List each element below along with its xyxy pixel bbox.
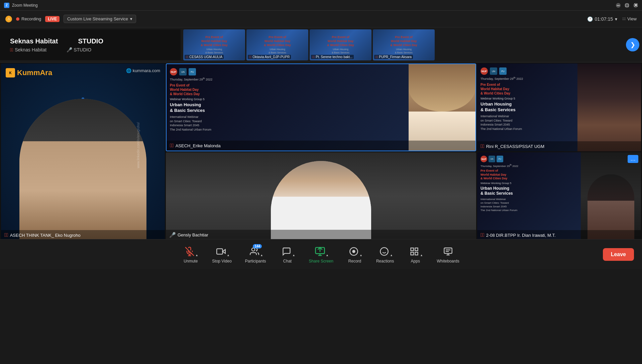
- window-controls[interactable]: – □ ✕: [616, 3, 638, 8]
- record-icon: [348, 245, 360, 257]
- video-icon: [215, 245, 227, 257]
- chat-arrow-icon[interactable]: ▴: [293, 253, 295, 257]
- record-label: Record: [348, 259, 361, 263]
- streaming-service-label: Custom Live Streaming Service: [67, 16, 128, 21]
- share-screen-with-arrow: ▴: [314, 245, 328, 257]
- host1-sub: 🎤⃠ Seknas Habitat: [10, 47, 46, 52]
- recording-dot: [16, 17, 19, 21]
- thumb-label-3: 🎤⃠ Pt. Serene techno bakt...: [311, 55, 354, 59]
- svg-marker-18: [222, 249, 225, 253]
- participants-arrow-icon[interactable]: ▴: [261, 253, 262, 257]
- apps-with-arrow: ▴: [408, 245, 422, 257]
- mic-off-icon: [184, 245, 196, 257]
- time-chevron-icon[interactable]: ▾: [615, 16, 617, 22]
- svg-point-27: [380, 247, 388, 255]
- svg-rect-19: [217, 248, 223, 254]
- erike-mic-icon: 🎤⃠: [170, 143, 174, 149]
- host-info: Seknas Habitat STUDIO 🎤⃠ Seknas Habitat …: [0, 37, 181, 52]
- chat-with-arrow: ▴: [281, 245, 295, 257]
- maximize-button[interactable]: □: [625, 3, 629, 8]
- topbar: ⚠ Recording LIVE Custom Live Streaming S…: [0, 11, 642, 27]
- rini-name: Rini R_CESASS/PSSAT UGM: [486, 144, 544, 149]
- video-cell-gensly: 🎤 Gensly Bachtiar: [166, 152, 476, 240]
- reactions-arrow-icon[interactable]: ▴: [391, 253, 392, 257]
- leave-button[interactable]: Leave: [603, 248, 634, 261]
- svg-rect-32: [415, 252, 418, 255]
- minimize-button[interactable]: –: [616, 3, 621, 8]
- titlebar: Z Zoom Meeting – □ ✕: [0, 0, 642, 11]
- dian-mic-icon: 🎤⃠: [480, 232, 485, 238]
- erike-name: ASECH_Erike Malonda: [176, 143, 221, 148]
- streaming-service-select[interactable]: Custom Live Streaming Service ▾: [64, 15, 136, 23]
- record-arrow-icon[interactable]: ▴: [360, 253, 362, 257]
- host1-name: Seknas Habitat: [10, 37, 58, 45]
- thumb-label-1: 🎤⃠ CESASS UGM-AULIA: [185, 55, 224, 59]
- unmute-label: Unmute: [184, 259, 198, 263]
- mic-muted-icon: 🎤⃠: [10, 47, 13, 52]
- reactions-button[interactable]: ▴ Reactions: [371, 243, 399, 265]
- unmute-button[interactable]: ▴ Unmute: [177, 243, 204, 265]
- mic-icon: 🎤: [67, 47, 72, 52]
- toolbar: ▴ Unmute ▴ Stop Video: [0, 239, 642, 269]
- reactions-label: Reactions: [376, 259, 394, 263]
- kummara-name: KummAra: [17, 68, 52, 77]
- warning-icon: ⚠: [5, 16, 12, 22]
- thumb-mic-icon-1: 🎤⃠: [186, 55, 188, 59]
- chat-label: Chat: [283, 259, 292, 263]
- video-cell-erike: NUF UN PU Thursday, September 29th 2022 …: [166, 63, 476, 151]
- stop-video-button[interactable]: ▴ Stop Video: [207, 243, 237, 265]
- share-screen-arrow-icon[interactable]: ▴: [326, 253, 328, 257]
- share-screen-icon: [314, 245, 326, 257]
- host2-sub: 🎤 STUDIO: [67, 47, 91, 52]
- chat-button[interactable]: ▴ Chat: [274, 243, 301, 265]
- linkedin-overlay: www.linkedin.com/in/enugroho/: [111, 63, 165, 227]
- apps-button[interactable]: ▴ Apps: [402, 243, 429, 265]
- grid-icon: ∷: [623, 16, 625, 21]
- thumb-video-1[interactable]: Pre Event ofWorld Habitat Day& World Cit…: [183, 29, 245, 60]
- thumb-video-2[interactable]: Pre Event ofWorld Habitat Day& World Cit…: [246, 29, 308, 60]
- stop-video-arrow-icon[interactable]: ▴: [227, 253, 229, 257]
- host-spacer: Seknas Habitat STUDIO 🎤⃠ Seknas Habitat …: [0, 29, 181, 60]
- live-badge: LIVE: [45, 16, 60, 22]
- app-icon: Z: [4, 3, 9, 8]
- host-subs: 🎤⃠ Seknas Habitat 🎤 STUDIO: [10, 47, 91, 52]
- clock-icon: 🕐: [587, 16, 593, 22]
- close-button[interactable]: ✕: [633, 3, 638, 8]
- reactions-with-arrow: ▴: [378, 245, 392, 257]
- apps-arrow-icon[interactable]: ▴: [421, 253, 422, 257]
- apps-label: Apps: [411, 259, 420, 263]
- whiteboards-icon: [442, 245, 454, 257]
- share-screen-label: Share Screen: [309, 259, 333, 263]
- chevron-right-icon: ❯: [630, 41, 635, 48]
- eko-mic-icon: 🎤⃠: [4, 232, 8, 238]
- share-screen-button[interactable]: ▴ Share Screen: [304, 243, 339, 265]
- eko-name: ASECH THINK TANK_ Eko Nugroho: [10, 233, 81, 238]
- dian-name: 2-08 DIR.BTPP Ir. Dian Irawati, M.T.: [486, 233, 556, 238]
- thumb-mic-icon-2: 🎤⃠: [249, 55, 251, 59]
- unmute-arrow-icon[interactable]: ▴: [196, 253, 198, 257]
- thumbnail-videos: Pre Event ofWorld Habitat Day& World Cit…: [182, 29, 625, 60]
- thumb-video-4[interactable]: Pre Event ofWorld Habitat Day& World Cit…: [373, 29, 435, 60]
- svg-rect-31: [415, 248, 418, 250]
- thumb-mic-icon-3: 🎤⃠: [312, 55, 315, 59]
- participants-button[interactable]: 144 ▴ Participants: [240, 243, 272, 265]
- svg-rect-34: [444, 248, 452, 253]
- recording-badge: Recording: [16, 16, 41, 21]
- host2-name: STUDIO: [78, 37, 103, 45]
- thumb-video-3[interactable]: Pre Event ofWorld Habitat Day& World Cit…: [310, 29, 371, 60]
- chat-icon: [281, 245, 293, 257]
- time-display: 🕐 01:07:15 ▾: [587, 16, 618, 22]
- whiteboards-button[interactable]: Whiteboards: [431, 243, 464, 265]
- topbar-right: 🕐 01:07:15 ▾ ∷ View: [587, 16, 637, 22]
- view-button[interactable]: ∷ View: [623, 16, 637, 21]
- whiteboards-label: Whiteboards: [437, 259, 459, 263]
- view-label: View: [627, 16, 637, 21]
- record-button[interactable]: ▴ Record: [341, 243, 368, 265]
- stop-video-with-arrow: ▴: [215, 245, 229, 257]
- reactions-icon: [378, 245, 390, 257]
- more-options-button[interactable]: …: [628, 155, 638, 163]
- video-cell-rini: NUF UN PU Thursday, September 29th 2022 …: [477, 63, 641, 151]
- next-thumbnail-button[interactable]: ❯: [626, 38, 639, 51]
- thumbnail-strip: Seknas Habitat STUDIO 🎤⃠ Seknas Habitat …: [0, 27, 642, 62]
- gensly-mic-icon: 🎤: [169, 232, 176, 238]
